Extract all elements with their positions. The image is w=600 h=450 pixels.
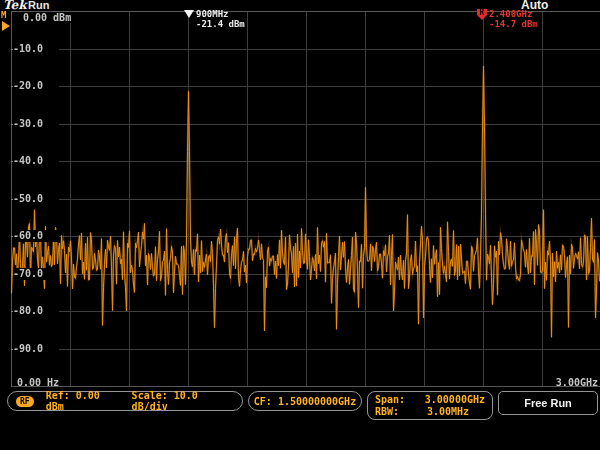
span-rbw-readout[interactable]: Span: 3.00000GHz RBW: 3.00MHz xyxy=(367,391,493,420)
span-label: Span: xyxy=(375,394,425,406)
trigger-status-box[interactable]: Free Run xyxy=(498,391,598,415)
ref-level-readout: Ref: 0.00 dBm xyxy=(46,390,120,412)
ref-level-axis-label: 0.00 dBm xyxy=(20,12,74,23)
cf-value: CF: 1.50000000GHz xyxy=(254,396,356,407)
y-axis-tick-label: -80.0 xyxy=(13,305,59,317)
y-axis-tick-label: -60.0 xyxy=(13,230,59,242)
spectrum-plot-canvas xyxy=(0,0,600,450)
x-axis-start-label: 0.00 Hz xyxy=(17,377,59,388)
rbw-label: RBW: xyxy=(375,406,427,418)
y-axis-tick-label: -30.0 xyxy=(13,118,59,130)
span-value: 3.00000GHz xyxy=(425,394,485,406)
y-axis-tick-label: -50.0 xyxy=(13,193,59,205)
y-axis-tick-label: -10.0 xyxy=(13,43,59,55)
rf-settings-readout[interactable]: RF Ref: 0.00 dBm Scale: 10.0 dB/div xyxy=(7,391,243,411)
spectrum-analyzer-screen: Tek Run Auto M 0.00 dBm -10.0-20.0-30.0-… xyxy=(0,0,600,450)
trigger-status: Free Run xyxy=(524,397,572,409)
marker-a-amplitude: -21.4 dBm xyxy=(196,19,245,29)
y-axis-tick-label: -40.0 xyxy=(13,155,59,167)
marker-r-frequency: 2.400GHz xyxy=(489,9,532,19)
scale-readout: Scale: 10.0 dB/div xyxy=(132,390,234,412)
rf-trace-letter: M xyxy=(1,10,6,20)
ref-level-arrow-icon xyxy=(2,21,10,31)
center-frequency-readout[interactable]: CF: 1.50000000GHz xyxy=(248,391,362,411)
marker-a-frequency: 900MHz xyxy=(196,9,229,19)
rf-reference-indicator[interactable]: M xyxy=(1,12,12,32)
y-axis-tick-label: -90.0 xyxy=(13,343,59,355)
rbw-value: 3.00MHz xyxy=(427,406,469,418)
marker-r-amplitude: -14.7 dBm xyxy=(489,19,538,29)
rf-badge: RF xyxy=(16,396,34,407)
y-axis-tick-label: -20.0 xyxy=(13,80,59,92)
marker-a-triangle-icon xyxy=(184,10,194,18)
y-axis-tick-label: -70.0 xyxy=(13,268,59,280)
x-axis-end-label: 3.00GHz xyxy=(540,377,598,388)
